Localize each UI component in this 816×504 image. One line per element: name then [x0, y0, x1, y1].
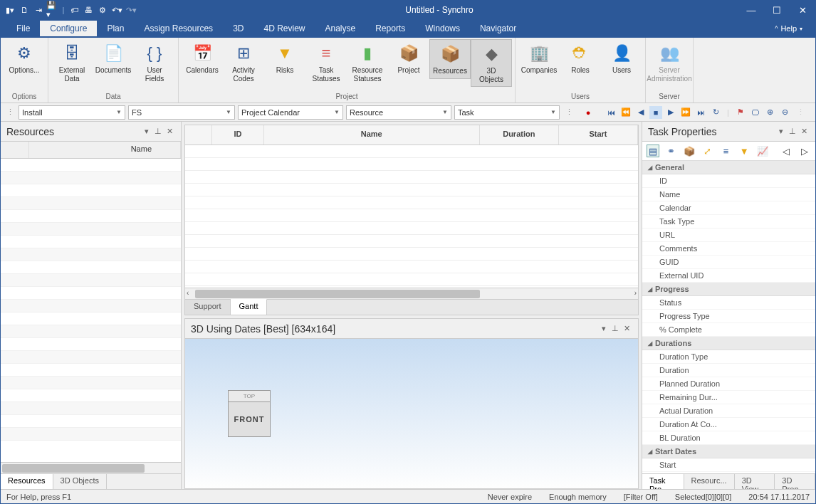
task-col-id[interactable]: ID — [212, 125, 264, 145]
column-name[interactable]: Name — [29, 142, 181, 158]
ribbon-resources-button[interactable]: 📦Resources — [429, 39, 471, 79]
print-icon[interactable]: 🖶 — [82, 4, 95, 16]
resource-row[interactable] — [1, 197, 181, 210]
rewind-icon[interactable]: ⏪ — [619, 106, 632, 119]
close-panel-icon[interactable]: ✕ — [798, 127, 810, 136]
task-row[interactable] — [185, 158, 638, 171]
play-icon[interactable]: ▶ — [664, 106, 677, 119]
prop-item[interactable]: Task Type — [642, 215, 815, 229]
ribbon-users-button[interactable]: 👤Users — [601, 39, 642, 78]
resource-row[interactable] — [1, 210, 181, 223]
prop-item[interactable]: GUID — [642, 256, 815, 269]
prop-item[interactable]: URL — [642, 229, 815, 242]
prev-icon[interactable]: ◁ — [780, 145, 793, 157]
resource-row[interactable] — [1, 351, 181, 364]
resource-row[interactable] — [1, 287, 181, 300]
task-row[interactable] — [185, 222, 638, 235]
pin-icon[interactable]: ⊥ — [152, 127, 164, 136]
tab-right-0[interactable]: Task Pro... — [642, 474, 684, 489]
ribbon-external-data-button[interactable]: 🗄ExternalData — [51, 39, 93, 85]
resource-row[interactable] — [1, 313, 181, 325]
task-row[interactable] — [185, 196, 638, 209]
resources-grid-body[interactable] — [1, 159, 181, 462]
combo-fs[interactable]: FS▼ — [128, 105, 235, 120]
tab-right-1[interactable]: Resourc... — [684, 474, 735, 489]
menu-plan[interactable]: Plan — [97, 21, 134, 36]
resource-row[interactable] — [1, 223, 181, 236]
prop-group-durations[interactable]: ◢Durations — [642, 337, 815, 350]
prop-item[interactable]: Duration — [642, 364, 815, 377]
task-col-name[interactable]: Name — [264, 125, 480, 145]
menu-3d[interactable]: 3D — [223, 21, 253, 36]
combo-task[interactable]: Task▼ — [454, 105, 560, 120]
resource-row[interactable] — [1, 402, 181, 415]
next-icon[interactable]: ▷ — [798, 145, 811, 157]
list-icon[interactable]: ≡ — [720, 145, 733, 157]
combo-resource[interactable]: Resource▼ — [346, 105, 451, 120]
warning-icon[interactable]: ▼ — [738, 145, 750, 157]
gear-icon[interactable]: ⚙ — [96, 4, 109, 16]
prop-group-start-dates[interactable]: ◢Start Dates — [642, 445, 815, 458]
task-properties-tree[interactable]: ◢GeneralIDNameCalendarTask TypeURLCommen… — [642, 161, 815, 473]
ribbon-resource-statuses-button[interactable]: ▮ResourceStatuses — [347, 39, 388, 85]
dropdown-icon[interactable]: ▾ — [775, 127, 787, 136]
task-row[interactable] — [185, 248, 638, 261]
circle-down-icon[interactable]: ⊖ — [779, 106, 792, 119]
task-row[interactable] — [185, 273, 638, 286]
prop-item[interactable]: Duration Type — [642, 350, 815, 364]
prop-item[interactable]: Status — [642, 296, 815, 310]
details-icon[interactable]: ▤ — [647, 145, 659, 157]
ribbon-task-statuses-button[interactable]: ≡TaskStatuses — [305, 39, 347, 85]
resources-hscroll[interactable] — [1, 462, 181, 473]
close-panel-icon[interactable]: ✕ — [164, 127, 175, 136]
circle-up-icon[interactable]: ⊕ — [764, 106, 777, 119]
resource-row[interactable] — [1, 428, 181, 441]
tab-resources[interactable]: Resources — [1, 474, 53, 489]
tab-3d-objects[interactable]: 3D Objects — [53, 474, 107, 489]
prop-item[interactable]: Remaining Dur... — [642, 391, 815, 404]
box-icon[interactable]: 📦 — [683, 145, 696, 157]
menu-analyse[interactable]: Analyse — [315, 21, 366, 36]
task-row[interactable] — [185, 184, 638, 196]
pin-icon[interactable]: ⊥ — [610, 324, 621, 333]
prop-item[interactable]: % Complete — [642, 323, 815, 337]
help-menu[interactable]: ^ Help ▾ — [768, 21, 810, 36]
resource-row[interactable] — [1, 389, 181, 402]
prop-item[interactable]: Actual Duration — [642, 404, 815, 418]
task-row[interactable] — [185, 209, 638, 222]
resource-row[interactable] — [1, 377, 181, 389]
tab-right-2[interactable]: 3D View... — [735, 474, 775, 489]
link-icon[interactable]: ⚭ — [665, 145, 678, 157]
ribbon-options-button[interactable]: ⚙Options... — [4, 39, 45, 78]
resource-row[interactable] — [1, 261, 181, 274]
ribbon-calendars-button[interactable]: 📅Calendars — [182, 39, 223, 78]
prop-item[interactable]: ID — [642, 174, 815, 188]
resource-row[interactable] — [1, 172, 181, 184]
pin-icon[interactable]: ⊥ — [787, 127, 798, 136]
arrows-icon[interactable]: ⤢ — [701, 145, 714, 157]
minimize-button[interactable]: — — [741, 4, 761, 16]
prop-item[interactable]: Planned Duration — [642, 377, 815, 391]
close-button[interactable]: ✕ — [793, 4, 812, 16]
menu-windows[interactable]: Windows — [415, 21, 470, 36]
task-col-duration[interactable]: Duration — [480, 125, 559, 145]
task-hscroll[interactable]: ‹ › — [185, 288, 638, 299]
tab-right-3[interactable]: 3D Prop... — [775, 474, 815, 489]
task-grid-body[interactable] — [185, 145, 638, 288]
ribbon-3d-objects-button[interactable]: ◆3DObjects — [471, 39, 512, 87]
prop-group-progress[interactable]: ◢Progress — [642, 283, 815, 296]
menu-assign-resources[interactable]: Assign Resources — [134, 21, 223, 36]
ribbon-risks-button[interactable]: ▼Risks — [264, 39, 305, 78]
resource-row[interactable] — [1, 159, 181, 172]
close-panel-icon[interactable]: ✕ — [621, 324, 632, 333]
menu-reports[interactable]: Reports — [365, 21, 415, 36]
ribbon-project-button[interactable]: 📦Project — [388, 39, 429, 78]
open-icon[interactable]: 🗋 — [18, 4, 31, 16]
screen-icon[interactable]: 🖵 — [749, 106, 762, 119]
import-icon[interactable]: ⇥ — [32, 4, 45, 16]
maximize-button[interactable]: ☐ — [767, 4, 787, 16]
ribbon-roles-button[interactable]: ⛑Roles — [560, 39, 601, 78]
task-row[interactable] — [185, 261, 638, 273]
cube-top-face[interactable]: TOP — [229, 391, 270, 402]
ribbon-companies-button[interactable]: 🏢Companies — [518, 39, 560, 78]
